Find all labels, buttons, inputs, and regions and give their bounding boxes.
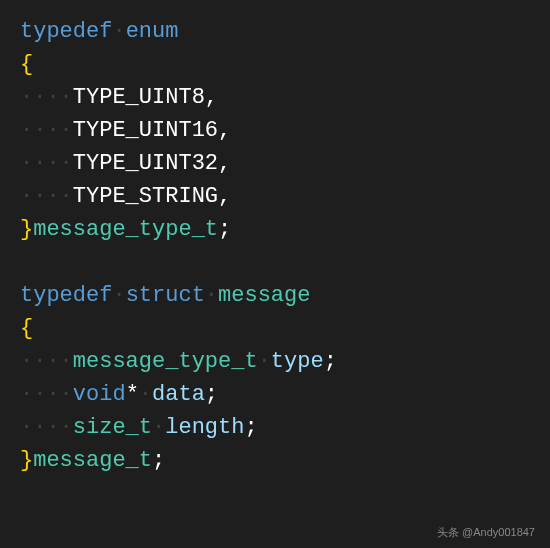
code-editor[interactable]: typedef·enum { ····TYPE_UINT8, ····TYPE_… [20,15,530,477]
code-line-8 [20,246,530,279]
semicolon: ; [152,448,165,473]
comma: , [205,85,218,110]
keyword-struct: struct [126,283,205,308]
indent: ···· [20,382,73,407]
indent: ···· [20,151,73,176]
indent: ···· [20,85,73,110]
variable: type [271,349,324,374]
type-name: message [218,283,310,308]
close-brace: } [20,217,33,242]
code-line-4: ····TYPE_UINT16, [20,114,530,147]
whitespace: · [258,349,271,374]
enum-value: TYPE_UINT16 [73,118,218,143]
whitespace: · [112,19,125,44]
keyword-typedef: typedef [20,283,112,308]
pointer: * [126,382,139,407]
enum-value: TYPE_UINT32 [73,151,218,176]
semicolon: ; [244,415,257,440]
keyword-enum: enum [126,19,179,44]
code-line-1: typedef·enum [20,15,530,48]
code-line-12: ····void*·data; [20,378,530,411]
type-name: message_type_t [33,217,218,242]
semicolon: ; [324,349,337,374]
indent: ···· [20,118,73,143]
close-brace: } [20,448,33,473]
code-line-9: typedef·struct·message [20,279,530,312]
code-line-11: ····message_type_t·type; [20,345,530,378]
code-line-2: { [20,48,530,81]
indent: ···· [20,415,73,440]
enum-value: TYPE_UINT8 [73,85,205,110]
semicolon: ; [205,382,218,407]
semicolon: ; [218,217,231,242]
whitespace: · [112,283,125,308]
code-line-10: { [20,312,530,345]
variable: data [152,382,205,407]
comma: , [218,184,231,209]
whitespace: · [152,415,165,440]
open-brace: { [20,316,33,341]
whitespace: · [139,382,152,407]
comma: , [218,151,231,176]
indent: ···· [20,184,73,209]
open-brace: { [20,52,33,77]
code-line-5: ····TYPE_UINT32, [20,147,530,180]
keyword-typedef: typedef [20,19,112,44]
type-name: message_type_t [73,349,258,374]
watermark: 头条 @Andy001847 [437,524,535,541]
indent: ···· [20,349,73,374]
code-line-7: }message_type_t; [20,213,530,246]
code-line-3: ····TYPE_UINT8, [20,81,530,114]
code-line-6: ····TYPE_STRING, [20,180,530,213]
variable: length [165,415,244,440]
type-name: message_t [33,448,152,473]
comma: , [218,118,231,143]
code-line-13: ····size_t·length; [20,411,530,444]
code-line-14: }message_t; [20,444,530,477]
keyword-void: void [73,382,126,407]
type-name: size_t [73,415,152,440]
enum-value: TYPE_STRING [73,184,218,209]
whitespace: · [205,283,218,308]
